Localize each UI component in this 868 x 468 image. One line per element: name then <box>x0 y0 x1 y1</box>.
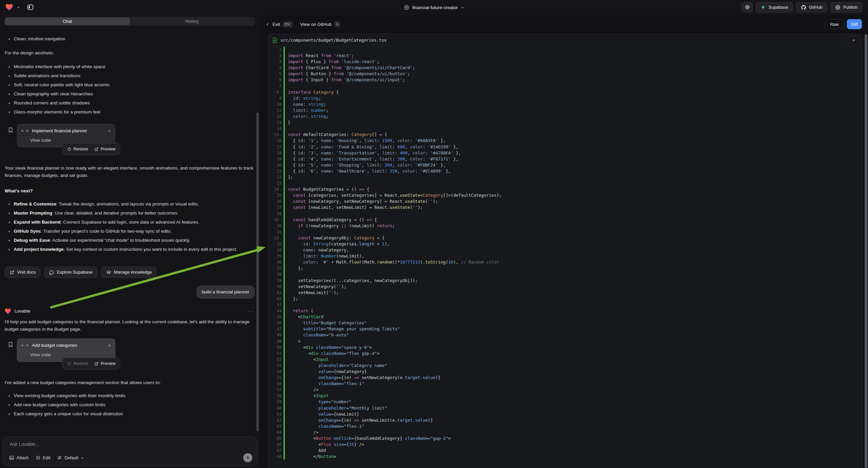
fold-chevron-icon[interactable]: ⌄ <box>280 217 281 223</box>
restore-button[interactable]: Restore <box>67 145 88 153</box>
code-line-text: }; <box>285 265 303 271</box>
project-chevron-down-icon <box>461 6 464 9</box>
code-line-text: import { Button } from '@/components/ui/… <box>285 71 410 77</box>
fold-chevron-icon[interactable]: ⌄ <box>280 89 281 95</box>
restore-label: Restore <box>73 360 88 367</box>
tab-history[interactable]: History <box>130 18 255 25</box>
bookmark-icon[interactable] <box>8 342 13 348</box>
code-scrollbar[interactable] <box>865 34 867 468</box>
code-editor-body[interactable]: 12import React from 'react';3import { Pl… <box>268 47 863 468</box>
line-number: 6 <box>268 77 283 83</box>
preview-button[interactable]: Preview <box>94 360 116 367</box>
line-number: 64 <box>268 429 283 435</box>
code-line: 43 <box>268 302 863 308</box>
chat-bubble-icon <box>49 270 54 275</box>
chevron-right-icon <box>107 129 111 133</box>
code-line-text: import { Plus } from 'lucide-react'; <box>285 59 379 65</box>
code-line-text: onChange={(e) => setNewLimit(e.target.va… <box>285 417 433 423</box>
send-button[interactable] <box>243 453 252 462</box>
code-line: 66 <Plus size={16} /> <box>268 441 863 447</box>
code-line: 16 { id: '1', name: 'Housing', limit: 15… <box>268 138 863 144</box>
whats-next-item: Debug with Ease: Activate our experiment… <box>5 237 255 244</box>
line-number: 4 <box>268 65 283 71</box>
raw-toggle-button[interactable]: Raw <box>825 19 844 29</box>
settings-button[interactable] <box>742 2 753 13</box>
sidebar-toggle-icon[interactable] <box>27 4 34 11</box>
code-line-text: name: newCategory, <box>285 247 349 253</box>
whats-next-item-rest: : Tweak the design, animations, and layo… <box>56 201 199 206</box>
line-number: 39 <box>268 277 283 284</box>
user-message-bubble: build a financial planner <box>196 285 255 299</box>
edit-button[interactable]: Edit <box>36 455 50 460</box>
preview-button[interactable]: Preview <box>94 145 116 153</box>
line-number: 26 <box>268 198 283 204</box>
exit-button[interactable]: Exit ESC <box>266 22 293 27</box>
explore-supabase-label: Explore Supabase <box>57 269 92 276</box>
diff-toggle-button[interactable]: Diff <box>847 19 862 29</box>
list-item: Add new budget categories with custom li… <box>5 401 255 409</box>
whats-next-item-lead: Expand with Backend <box>14 220 61 225</box>
code-line-text: const [newLimit, setNewLimit] = React.us… <box>285 204 423 210</box>
code-line-text: /> <box>285 387 318 393</box>
fold-chevron-icon[interactable]: ⌄ <box>280 186 281 193</box>
collapse-file-button[interactable] <box>847 36 860 45</box>
list-item: Minimalist interface with plenty of whit… <box>5 63 255 70</box>
chat-message-list[interactable]: Clean, intuitive navigation For the desi… <box>0 30 259 434</box>
file-header[interactable]: src/components/budget/BudgetCategories.t… <box>268 34 863 47</box>
line-number: 42 <box>268 296 283 302</box>
code-line: 65 <Button onClick={handleAddCategory} c… <box>268 435 863 441</box>
line-number: 17 <box>268 144 283 150</box>
logo-chevron-down-icon[interactable] <box>17 5 20 9</box>
code-line: 24⌄const BudgetCategories = () => { <box>268 186 863 193</box>
restore-button-disabled[interactable]: Restore <box>67 360 88 367</box>
whats-next-item-lead: Add project knowledge <box>14 247 64 252</box>
code-line-text: { id: '5', name: 'Shopping', limit: 200,… <box>285 162 445 168</box>
line-number: 67 <box>268 447 283 454</box>
tab-chat[interactable]: Chat <box>5 18 130 25</box>
assistant-name: Lovable <box>14 308 30 315</box>
lovable-logo-heart-icon[interactable] <box>5 4 13 11</box>
line-number: 58 <box>268 393 283 399</box>
line-number: 55 <box>268 375 283 381</box>
whats-next-item: Add project knowledge: Set key context o… <box>5 246 255 253</box>
code-line-text: { id: '2', name: 'Food & Dining', limit:… <box>285 144 458 150</box>
whats-next-item: Master Prompting: Use clear, detailed, a… <box>5 209 255 217</box>
code-line-text: id: string; <box>285 95 321 101</box>
bookmark-icon[interactable] <box>8 127 13 133</box>
code-line-text: > <box>285 339 301 345</box>
line-number: 57 <box>268 387 283 393</box>
whats-next-item-lead: Debug with Ease <box>14 238 50 243</box>
view-on-github-label: View on GitHub <box>300 22 332 27</box>
supabase-button[interactable]: Supabase <box>755 2 793 13</box>
code-line-text: <div className="space-y-6"> <box>285 345 372 351</box>
publish-button[interactable]: Publish <box>830 2 863 13</box>
external-link-icon <box>10 270 14 274</box>
line-number: 35 <box>268 253 283 259</box>
line-number: 28 <box>268 211 283 217</box>
line-number: 20 <box>268 162 283 168</box>
manage-knowledge-button[interactable]: Manage knowledge <box>101 267 157 278</box>
prompt-input-box[interactable]: Ask Lovable... Attach Edit Default <box>3 436 257 466</box>
visit-docs-button[interactable]: Visit docs <box>5 267 40 278</box>
view-on-github-button[interactable]: View on GitHub G <box>300 22 341 27</box>
chat-scrollbar[interactable] <box>256 113 259 431</box>
line-number: 46 <box>268 320 283 326</box>
fold-chevron-icon[interactable]: ⌄ <box>280 235 281 241</box>
attach-button[interactable]: Attach <box>9 455 29 460</box>
explore-supabase-button[interactable]: Explore Supabase <box>44 267 97 278</box>
code-line-text: <ChartCard <box>285 314 323 320</box>
code-line: 36 color: '#' + Math.floor(Math.random()… <box>268 259 863 265</box>
model-mode-selector[interactable]: Default <box>57 455 84 460</box>
github-button[interactable]: GitHub <box>796 2 828 13</box>
message-more-menu-icon[interactable]: ··· <box>248 308 255 315</box>
lovable-app-window: financial-future-creator Supabase <box>0 0 868 468</box>
line-number: 8⌄ <box>268 89 283 95</box>
line-number: 12 <box>268 114 283 119</box>
fold-chevron-icon[interactable]: ⌄ <box>280 131 281 138</box>
code-line: 9 id: string; <box>268 95 863 101</box>
project-switcher[interactable]: financial-future-creator <box>404 0 464 15</box>
code-line-text: onChange={(e) => setNewCategory(e.target… <box>285 375 440 381</box>
whats-next-item-rest: : Activate our experimental “chat mode” … <box>50 238 190 243</box>
code-line-text: { id: '6', name: 'Healthcare', limit: 15… <box>285 168 451 174</box>
line-number: 23 <box>268 180 283 186</box>
